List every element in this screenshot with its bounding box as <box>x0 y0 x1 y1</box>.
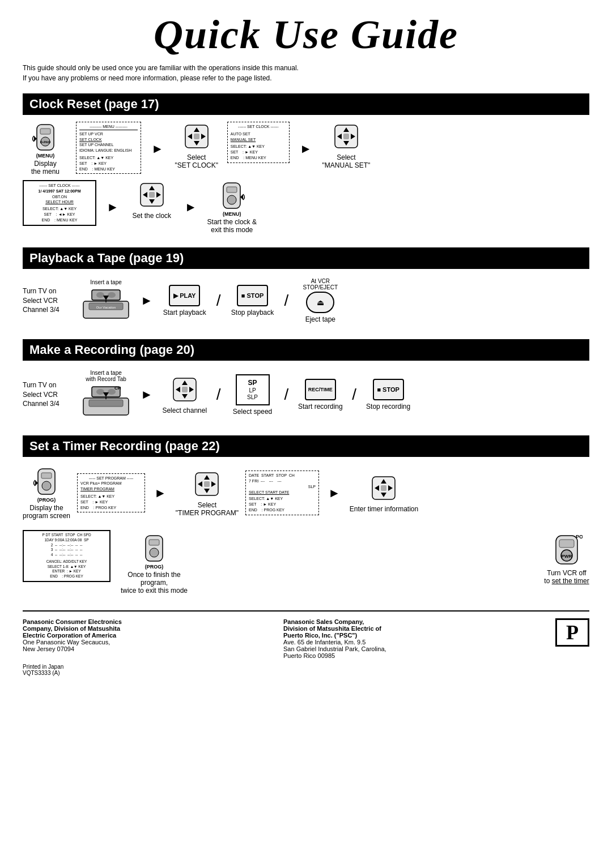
stop-playback-label: Stop playback <box>231 309 274 317</box>
arrow-1: ► <box>151 142 164 156</box>
stop-button-icon: ■ STOP <box>237 285 268 306</box>
footer-left-line4: One Panasonic Way Secaucus, <box>23 639 261 645</box>
step-eject: At VCRSTOP/EJECT ⏏ Eject tape <box>298 278 343 323</box>
prog-remote-icon: (PROG) <box>32 466 61 502</box>
arrow-2: ► <box>300 142 312 156</box>
printed-in-japan: Printed in Japan <box>23 664 589 670</box>
step-display-prog: (PROG) Display theprogram screen <box>23 466 70 520</box>
insert-tape-record-label-top: Insert a tapewith Record Tab <box>86 370 126 382</box>
manual-set-screen-display: ------ SET CLOCK ------ 1/ 4/1997 SAT 12… <box>23 180 96 226</box>
channel-select-icon <box>170 375 199 404</box>
svg-rect-55 <box>204 481 210 487</box>
step-select-timer-prog: Select"TIMER PROGRAM" <box>176 469 239 517</box>
step-insert-tape: Insert a tape Our Vacation <box>80 279 131 323</box>
slash-rec-3: / <box>352 386 356 404</box>
step-select-manual-set: Select"MANUAL SET" <box>322 122 371 169</box>
svg-rect-34 <box>89 400 123 407</box>
playback-left-label: Turn TV onSelect VCRChannel 3/4 <box>23 287 74 315</box>
at-vcr-label: At VCRSTOP/EJECT <box>303 278 338 290</box>
footer-left-line3: Electric Corporation of America <box>23 632 261 639</box>
select-channel-label: Select channel <box>162 407 207 414</box>
step-prog-screen: ----- SET PROGRAM ----- VCR Plus+ PROGRA… <box>77 473 145 513</box>
playback-section: Playback a Tape (page 19) Turn TV onSele… <box>23 247 589 326</box>
timer-content-row2: P DT START STOP CH SPD 1DAY 9:00A 12:00A… <box>23 528 589 597</box>
svg-rect-30 <box>108 292 116 298</box>
nav-arrows-icon-2 <box>332 122 361 151</box>
step-insert-tape-record: Insert a tapewith Record Tab CH <box>80 370 131 420</box>
slash-rec-1: / <box>216 386 221 404</box>
svg-rect-29 <box>96 292 104 298</box>
subtitle-line1: This guide should only be used once you … <box>23 64 299 72</box>
clock-reset-section: Clock Reset (page 17) D-PAD (MENU) Displ… <box>23 93 589 234</box>
step-enter-timer-info: Enter timer information <box>350 473 418 513</box>
start-recording-label: Start recording <box>298 403 343 411</box>
playback-content: Turn TV onSelect VCRChannel 3/4 Insert a… <box>23 276 589 326</box>
step-menu-screen: --------- MENU --------- SET UP VCR SET … <box>76 122 141 174</box>
svg-point-24 <box>227 195 236 204</box>
footer-left-line2: Company, Division of Matsushita <box>23 625 261 632</box>
menu-step-label: Displaythe menu <box>31 160 60 176</box>
svg-text:PWR: PWR <box>561 554 572 559</box>
svg-rect-1 <box>40 129 50 134</box>
menu-remote-exit-icon: (MENU) <box>218 180 246 216</box>
arrow-timer-1: ► <box>154 486 167 501</box>
select-set-clock-label: Select"SET CLOCK" <box>175 153 218 169</box>
step-stop-recording: ■ STOP Stop recording <box>366 379 411 411</box>
timer-content: (PROG) Display theprogram screen ----- S… <box>23 464 589 522</box>
slash-2: / <box>284 292 289 310</box>
footer-right: Panasonic Sales Company, Division of Mat… <box>283 618 521 659</box>
select-timer-prog-label: Select"TIMER PROGRAM" <box>176 501 239 517</box>
step-timer-list-screen: P DT START STOP CH SPD 1DAY 9:00A 12:00A… <box>23 530 110 582</box>
footer-right-line2: Division of Matsushita Electric of <box>283 625 521 632</box>
timer-start-screen-display: DATE START STOP CH 7 FRI --- --- --- SLP… <box>245 471 319 515</box>
svg-rect-15 <box>343 134 349 139</box>
arrow-4: ► <box>185 200 197 215</box>
step-rec-time: REC/TIME Start recording <box>298 379 343 411</box>
clock-reset-row2: ------ SET CLOCK ------ 1/ 4/1997 SAT 12… <box>23 180 589 234</box>
clock-reset-content: D-PAD (MENU) Displaythe menu --------- M… <box>23 122 589 176</box>
step-speed: SP LP SLP Select speed <box>230 374 275 416</box>
step-set-clock-screen: ------ SET CLOCK ------ AUTO SET MANUAL … <box>227 122 290 163</box>
footer-left-brand: Panasonic Consumer Electronics <box>23 618 261 625</box>
clock-reset-header: Clock Reset (page 17) <box>23 93 589 115</box>
arrow-timer-2: ► <box>328 486 341 501</box>
footer-right-line3: Puerto Rico, Inc. ("PSC") <box>283 632 521 639</box>
footer: Panasonic Consumer Electronics Company, … <box>23 610 589 659</box>
nav-arrows-timer-icon <box>192 469 222 499</box>
playback-title: Playback a Tape (page 19) <box>29 251 184 265</box>
timer-list-screen-display: P DT START STOP CH SPD 1DAY 9:00A 12:00A… <box>23 530 110 582</box>
footer-left-line5: New Jersey 07094 <box>23 645 261 652</box>
recording-title: Make a Recording (page 20) <box>29 343 194 357</box>
prog-remote-2-icon: (PROG) <box>140 533 168 568</box>
display-prog-label: Display theprogram screen <box>23 504 70 520</box>
step-select-channel: Select channel <box>162 375 207 414</box>
recording-left-label: Turn TV onSelect VCRChannel 3/4 <box>23 380 74 409</box>
svg-rect-23 <box>227 187 237 193</box>
prog-screen-display: ----- SET PROGRAM ----- VCR Plus+ PROGRA… <box>77 473 145 513</box>
step-start-clock-exit: (MENU) Start the clock &exit this mode <box>207 180 257 234</box>
svg-text:D-PAD: D-PAD <box>40 140 51 144</box>
insert-tape-label-top: Insert a tape <box>90 279 122 285</box>
timer-header: Set a Timer Recording (page 22) <box>23 435 589 457</box>
nav-arrows-icon-3 <box>137 180 167 209</box>
arrow-play: ► <box>141 293 153 308</box>
recording-content: Turn TV onSelect VCRChannel 3/4 Insert a… <box>23 367 589 422</box>
panasonic-logo: P <box>555 618 589 647</box>
once-finish-label: Once to finish the program,twice to exit… <box>117 571 191 595</box>
svg-point-49 <box>42 481 51 490</box>
slash-rec-2: / <box>284 386 289 404</box>
playback-header: Playback a Tape (page 19) <box>23 247 589 269</box>
menu-remote-icon: D-PAD (MENU) <box>31 122 60 157</box>
step-timer-start-screen: DATE START STOP CH 7 FRI --- --- --- SLP… <box>245 471 319 515</box>
svg-rect-48 <box>41 473 52 478</box>
step-select-set-clock: Select"SET CLOCK" <box>174 122 219 169</box>
clock-reset-title: Clock Reset (page 17) <box>29 97 159 111</box>
svg-rect-36 <box>96 389 104 395</box>
page-title: Quick Use Guide <box>23 11 589 58</box>
svg-rect-9 <box>194 134 199 139</box>
recording-section: Make a Recording (page 20) Turn TV onSel… <box>23 339 589 422</box>
model-number: VQTS3333 (A) <box>23 670 589 676</box>
step-manual-set-screen: ------ SET CLOCK ------ 1/ 4/1997 SAT 12… <box>23 180 96 226</box>
step-nav-set-clock: Set the clock <box>129 180 175 220</box>
svg-rect-61 <box>381 485 386 491</box>
